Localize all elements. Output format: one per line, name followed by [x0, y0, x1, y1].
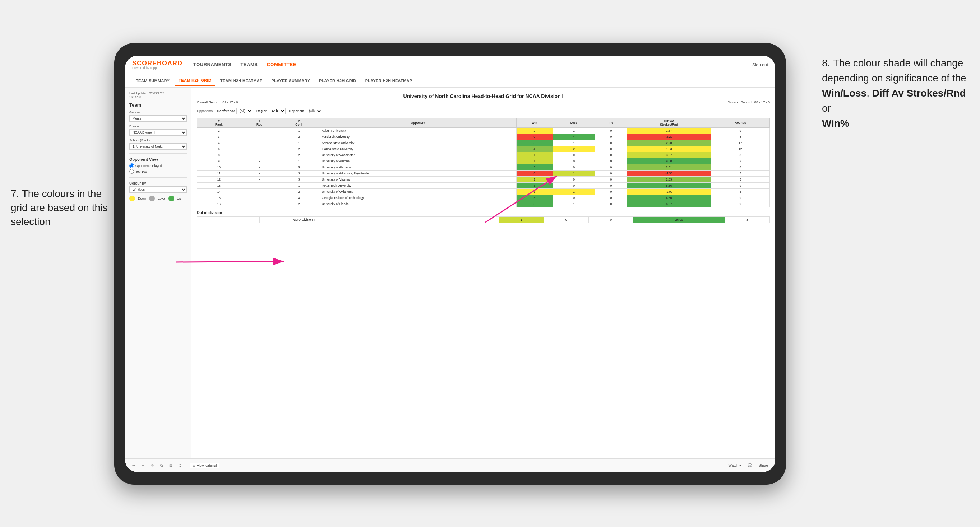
legend-dot-level: [149, 196, 155, 202]
crop-btn[interactable]: ⊡: [167, 463, 174, 468]
subnav-team-h2h-heatmap[interactable]: TEAM H2H HEATMAP: [216, 76, 266, 85]
cell-loss: 0: [553, 177, 595, 183]
subnav-player-h2h-heatmap[interactable]: PLAYER H2H HEATMAP: [362, 76, 416, 85]
cell-rounds: 12: [711, 146, 770, 152]
cell-opponent: NCAA Division II: [291, 217, 499, 223]
gender-select[interactable]: Men's: [129, 115, 187, 122]
cell-rank: 2: [197, 128, 241, 134]
cell-diff: -4.33: [627, 170, 711, 177]
history-btn[interactable]: ⟳: [149, 463, 156, 468]
cell-rank: [197, 217, 229, 223]
cell-loss: 0: [553, 164, 595, 170]
table-row: 4 - 1 Arizona State University 5 1 0 2.2…: [197, 140, 770, 146]
cell-tie: 0: [595, 146, 627, 152]
undo-btn[interactable]: ↩: [130, 463, 137, 468]
cell-conf: 1: [278, 183, 320, 189]
cell-conf: 2: [278, 146, 320, 152]
table-row: 3 - 2 Vanderbilt University 0 4 0 -2.29 …: [197, 134, 770, 140]
cell-tie: 0: [595, 128, 627, 134]
cell-tie: 0: [595, 177, 627, 183]
table-row: 12 - 3 University of Virginia 1 0 0 2.33…: [197, 177, 770, 183]
comment-btn[interactable]: ⏱: [177, 463, 184, 468]
cell-win: 1: [516, 158, 553, 164]
logo: SCOREBOARD Powered by clippd: [132, 60, 183, 70]
toolbar-divider: [187, 462, 187, 469]
nav-committee[interactable]: COMMITTEE: [267, 60, 296, 69]
team-section-title: Team: [129, 102, 187, 108]
cell-opponent: Florida State University: [320, 146, 516, 152]
subnav-team-h2h-grid[interactable]: TEAM H2H GRID: [175, 76, 215, 86]
view-original-btn[interactable]: ⊞ View: Original: [190, 463, 219, 468]
cell-reg: -: [241, 177, 278, 183]
opponent-select[interactable]: (All): [306, 108, 322, 114]
cell-win: 0: [516, 170, 553, 177]
region-select[interactable]: (All): [269, 108, 286, 114]
cell-loss: 1: [553, 189, 595, 195]
main-nav: TOURNAMENTS TEAMS COMMITTEE: [193, 60, 741, 69]
opponents-filter-label: Opponents:: [197, 109, 214, 113]
out-of-division-row: NCAA Division II 1 0 0 26.00 3: [197, 217, 770, 223]
cell-opponent: Arizona State University: [320, 140, 516, 146]
cell-tie: 0: [595, 189, 627, 195]
table-row: 6 - 2 Florida State University 4 2 0 1.8…: [197, 146, 770, 152]
nav-teams[interactable]: TEAMS: [240, 60, 258, 69]
sidebar-divider-2: [129, 177, 187, 178]
table-row: 9 - 1 University of Arizona 1 0 0 9.00 2: [197, 158, 770, 164]
gender-label: Gender: [129, 111, 187, 114]
redo-btn[interactable]: ↪: [140, 463, 146, 468]
logo-title: SCOREBOARD: [132, 60, 183, 67]
cell-loss: 0: [553, 158, 595, 164]
subnav-player-summary[interactable]: PLAYER SUMMARY: [268, 76, 313, 85]
subnav-team-summary[interactable]: TEAM SUMMARY: [132, 76, 173, 85]
cell-rank: 6: [197, 146, 241, 152]
school-select[interactable]: 1. University of Nort...: [129, 143, 187, 150]
cell-diff: 4.50: [627, 195, 711, 201]
nav-tournaments[interactable]: TOURNAMENTS: [193, 60, 231, 69]
colour-by-select[interactable]: Win/loss: [129, 186, 187, 193]
annotation-bold-winloss: Win/Loss: [822, 87, 867, 99]
table-row: 8 - 2 University of Washington 1 0 0 3.6…: [197, 152, 770, 158]
cell-reg: -: [241, 201, 278, 207]
radio-opponents-played[interactable]: Opponents Played: [129, 163, 187, 168]
cell-reg: -: [241, 158, 278, 164]
cell-diff: -1.00: [627, 189, 711, 195]
cell-win: 0: [516, 134, 553, 140]
col-reg: #Reg: [241, 118, 278, 128]
share-btn[interactable]: Share: [757, 463, 770, 468]
cell-win: 1: [516, 177, 553, 183]
copy-btn[interactable]: ⧉: [158, 463, 164, 468]
cell-win: 1: [516, 152, 553, 158]
conference-select[interactable]: (All): [236, 108, 253, 114]
annotation-bold-diffav: Diff Av Strokes/Rnd: [872, 87, 966, 99]
table-row: 15 - 4 Georgia Institute of Technology 5…: [197, 195, 770, 201]
comment-icon[interactable]: 💬: [746, 463, 754, 468]
cell-loss: 2: [553, 146, 595, 152]
conference-label: Conference: [217, 109, 235, 113]
cell-conf: 2: [278, 134, 320, 140]
cell-win: 2: [516, 128, 553, 134]
cell-reg: -: [241, 183, 278, 189]
division-select[interactable]: NCAA Division I: [129, 129, 187, 136]
cell-reg: -: [241, 189, 278, 195]
subnav-player-h2h-grid[interactable]: PLAYER H2H GRID: [315, 76, 360, 85]
cell-rank: 3: [197, 134, 241, 140]
col-rank: #Rank: [197, 118, 241, 128]
cell-diff: 26.00: [633, 217, 725, 223]
cell-loss: 0: [553, 183, 595, 189]
cell-rounds: 3: [711, 177, 770, 183]
cell-rounds: 17: [711, 140, 770, 146]
legend-label-up: Up: [177, 197, 181, 200]
cell-opponent: University of Arizona: [320, 158, 516, 164]
cell-reg: -: [241, 152, 278, 158]
radio-top100[interactable]: Top 100: [129, 169, 187, 174]
cell-rank: 13: [197, 183, 241, 189]
table-row: 10 - 5 University of Alabama 3 0 0 2.61 …: [197, 164, 770, 170]
cell-conf: 2: [278, 189, 320, 195]
data-table: #Rank #Reg #Conf Opponent Win Loss Tie D…: [197, 118, 770, 207]
sign-out-button[interactable]: Sign out: [752, 62, 768, 67]
watch-btn[interactable]: Watch ▾: [727, 463, 743, 468]
cell-reg: -: [241, 195, 278, 201]
table-row: 14 - 2 University of Oklahoma 1 1 0 -1.0…: [197, 189, 770, 195]
cell-loss: 0: [553, 152, 595, 158]
cell-conf: 1: [278, 158, 320, 164]
